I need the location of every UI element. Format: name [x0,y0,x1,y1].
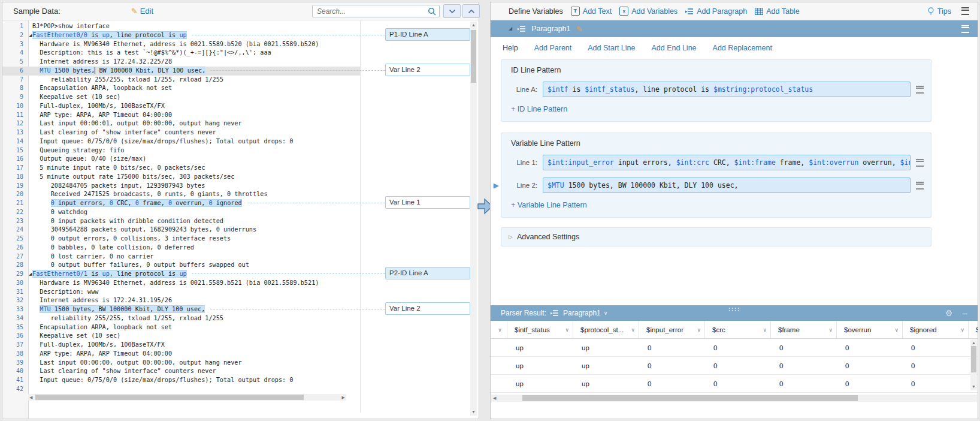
column-header[interactable]: $crc∨ [705,321,771,338]
code-line[interactable]: 34 reliability 255/255, txload 1/255, rx… [2,314,360,323]
scrollbar-thumb[interactable] [35,395,304,400]
menu-icon[interactable] [961,7,969,15]
code-line[interactable]: 29◢FastEthernet0/1 is up, line protocol … [2,270,360,279]
tips-button[interactable]: Tips [927,7,951,16]
code-line[interactable]: 40 Last clearing of "show interface" cou… [2,367,360,376]
add-table-button[interactable]: Add Table [755,7,799,16]
fold-marker-icon[interactable]: ◢ [29,32,32,38]
code-line[interactable]: 1BJ*POP>show interface [2,22,360,31]
scrollbar-thumb[interactable] [471,30,476,83]
column-header[interactable]: $protocol_st...∨ [573,321,639,338]
code-line[interactable]: 18 5 minute output rate 175000 bits/sec,… [2,173,360,182]
code-line[interactable]: 42 [2,385,360,394]
advanced-settings-toggle[interactable]: ▷ Advanced Settings [501,227,931,246]
code-line[interactable]: 37 Full-duplex, 100Mb/s, 100BaseTX/FX [2,341,360,350]
code-line[interactable]: 6 MTU 1500 bytes, BW 100000 Kbit, DLY 10… [2,67,360,76]
table-row[interactable]: upup00000 [491,339,978,357]
code-line[interactable]: 24 3049564288 packets output, 1682909243… [2,225,360,234]
code-line[interactable]: 17 5 minute input rate 0 bits/sec, 0 pac… [2,164,360,173]
table-row[interactable]: upup00000 [491,357,978,375]
code-line[interactable]: 5 Internet address is 172.24.32.225/28 [2,58,360,67]
pattern-label[interactable]: Var Line 1 [385,196,470,209]
find-previous-button[interactable] [462,4,480,18]
table-row[interactable]: upup00000 [491,375,978,393]
scroll-left-icon[interactable]: ◀ [493,395,496,401]
add-end-line-link[interactable]: Add End Line [651,44,696,52]
add-text-button[interactable]: T Add Text [571,7,612,16]
scroll-down-icon[interactable]: ▼ [470,409,477,415]
code-line[interactable]: 14 Input queue: 0/75/0/0 (size/max/drops… [2,137,360,146]
collapse-icon[interactable]: ◢ [509,26,512,31]
code-line[interactable]: 28 0 output buffer failures, 0 output bu… [2,261,360,270]
code-line[interactable]: 38 ARP type: ARPA, ARP Timeout 04:00:00 [2,350,360,359]
scroll-up-icon[interactable]: ▲ [970,340,977,346]
code-line[interactable]: 23 0 input packets with dribble conditio… [2,217,360,226]
code-line[interactable]: 16 Output queue: 0/40 (size/max) [2,155,360,164]
code-line[interactable]: 35 Encapsulation ARPA, loopback not set [2,323,360,332]
chevron-down-icon[interactable]: ∨ [562,327,569,333]
column-header[interactable]: $intf_status∨ [507,321,573,338]
chevron-down-icon[interactable]: ∨ [694,327,701,333]
code-line[interactable]: 11 ARP type: ARPA, ARP Timeout 04:00:00 [2,111,360,120]
code-line[interactable]: 10 Full-duplex, 100Mb/s, 100BaseTX/FX [2,102,360,111]
pattern-label[interactable]: P2-ID Line A [385,267,470,279]
code-line[interactable]: 15 Queueing strategy: fifo [2,146,360,155]
chevron-down-icon[interactable]: ∨ [628,327,635,333]
code-line[interactable]: 41 Input queue: 0/75/0/0 (size/max/drops… [2,376,360,385]
add-id-line-pattern-link[interactable]: + ID Line Pattern [511,105,567,113]
code-line[interactable]: 25 0 output errors, 0 collisions, 3 inte… [2,234,360,243]
scrollbar-thumb[interactable] [971,346,976,372]
parser-paragraph-selector[interactable]: Paragraph1 ∨ [563,309,607,317]
add-parent-link[interactable]: Add Parent [534,44,572,52]
code-line[interactable]: 8 Encapsulation ARPA, loopback not set [2,84,360,93]
chevron-down-icon[interactable]: ∨ [958,327,964,333]
code-line[interactable]: 32 Internet address is 172.24.31.195/26 [2,296,360,305]
add-start-line-link[interactable]: Add Start Line [588,44,635,52]
annotation-scrollbar[interactable]: ▲ ▼ [470,22,477,416]
code-line[interactable]: 13 Last clearing of "show interface" cou… [2,128,360,137]
code-line[interactable]: 20 Received 2471525 broadcasts, 0 runts,… [2,190,360,199]
search-input[interactable] [316,7,428,16]
code-line[interactable]: 12 Last input 00:00:01, output 00:00:00,… [2,119,360,128]
scrollbar-thumb[interactable] [522,395,858,401]
code-line[interactable]: 26 0 babbles, 0 late collision, 0 deferr… [2,243,360,252]
gear-icon[interactable]: ⚙ [945,308,953,318]
help-link[interactable]: Help [503,44,518,52]
code-line[interactable]: 19 2082484705 packets input, 1293987943 … [2,182,360,191]
code-horizontal-scrollbar[interactable]: ◀ ▶ [28,394,346,401]
pattern-label[interactable]: P1-ID Line A [385,28,470,41]
paragraph-menu-icon[interactable] [961,25,969,33]
line-menu-icon[interactable] [916,182,924,190]
line-menu-icon[interactable] [916,159,924,167]
code-line[interactable]: 21 0 input errors, 0 CRC, 0 frame, 0 ove… [2,199,360,208]
add-variable-line-pattern-link[interactable]: + Variable Line Pattern [511,201,587,209]
pattern-input[interactable]: $intf is $intf_status, line protocol is … [543,82,911,97]
pattern-input[interactable]: $MTU 1500 bytes, BW 100000 Kbit, DLY 100… [543,178,911,193]
pattern-label[interactable]: Var Line 2 [385,302,470,315]
code-line[interactable]: 36 Keepalive set (10 sec) [2,332,360,341]
add-paragraph-button[interactable]: Add Paragraph [685,7,747,16]
code-line[interactable]: 33 MTU 1500 bytes, BW 100000 Kbit, DLY 1… [2,305,360,314]
code-line[interactable]: 9 Keepalive set (10 sec) [2,93,360,102]
add-variables-button[interactable]: x Add Variables [619,7,677,16]
pattern-input[interactable]: $int:input_error input errors, $int:crc … [543,155,911,170]
chevron-down-icon[interactable]: ∨ [760,327,767,333]
code-line[interactable]: 39 Last input 00:00:00, output 00:00:00,… [2,359,360,368]
code-line[interactable]: 7 reliability 255/255, txload 1/255, rxl… [2,76,360,85]
code-line[interactable]: 27 0 lost carrier, 0 no carrier [2,252,360,261]
filter-column-header[interactable]: ∨ [491,321,507,338]
table-horizontal-scrollbar[interactable]: ◀ [491,395,977,402]
column-header[interactable]: $frame∨ [771,321,837,338]
find-next-button[interactable] [443,4,461,18]
scroll-right-icon[interactable]: ▶ [342,394,345,401]
scroll-down-icon[interactable]: ▼ [970,384,977,390]
pattern-label[interactable]: Var Line 2 [385,64,470,76]
code-line[interactable]: 22 0 watchdog [2,208,360,217]
code-line[interactable]: 4 Description: this is a test `~!@#$%^&*… [2,49,360,58]
table-vertical-scrollbar[interactable]: ▲ ▼ [970,339,977,390]
column-header[interactable]: $M∨ [969,321,978,338]
scroll-up-icon[interactable]: ▲ [470,22,477,28]
scroll-left-icon[interactable]: ◀ [29,394,32,401]
search-icon[interactable] [428,7,436,16]
code-line[interactable]: 3 Hardware is MV96340 Ethernet, address … [2,40,360,49]
